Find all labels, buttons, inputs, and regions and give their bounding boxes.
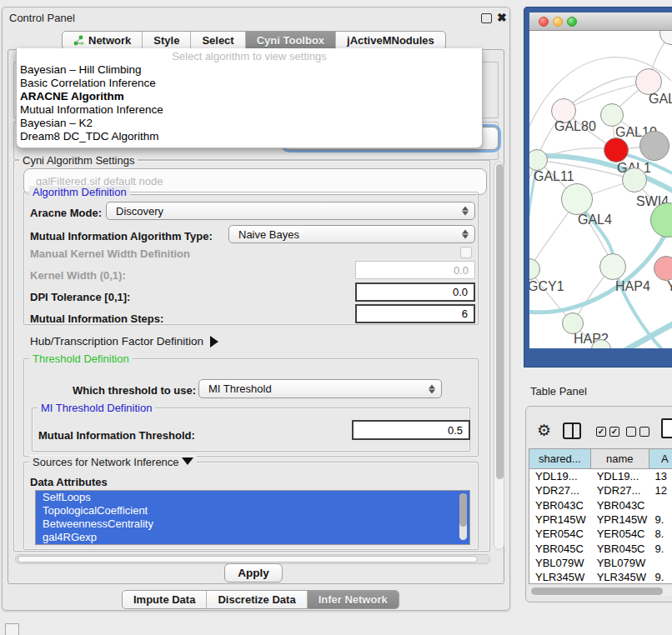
table-cell[interactable]: 9. (649, 541, 672, 555)
mi-steps-field[interactable]: 6 (355, 304, 475, 323)
sources-group-title[interactable]: Sources for Network Inference (29, 456, 197, 468)
bottom-tab-label: Discretize Data (218, 593, 295, 606)
table-row[interactable]: YPR145WYPR145W9. (529, 512, 672, 527)
close-window-icon[interactable]: ✖ (497, 13, 508, 23)
table-row[interactable]: YER054CYER054C8. (529, 527, 672, 541)
dpi-tolerance-field[interactable]: 0.0 (355, 282, 475, 302)
node-label: GCY1 (529, 279, 564, 294)
aracne-mode-label: Aracne Mode: (30, 207, 102, 219)
minimize-traffic-light-icon[interactable] (553, 17, 563, 27)
deselect-all-checkbox-icon[interactable] (639, 427, 649, 437)
dropdown-item[interactable]: Dream8 DC_TDC Algorithm (17, 130, 482, 143)
kernel-width-field: 0.0 (355, 261, 475, 279)
dropdown-item[interactable]: ARACNE Algorithm (17, 90, 482, 103)
tab-select[interactable]: Select (191, 32, 245, 49)
manual-kernel-checkbox[interactable] (460, 247, 472, 258)
table-cell[interactable]: YBR045C (529, 541, 591, 555)
tab-cyni-toolbox[interactable]: Cyni Toolbox (246, 32, 336, 49)
table-row[interactable]: YBR043CYBR043C (529, 498, 672, 512)
hub-tf-definition-toggle[interactable]: Hub/Transcription Factor Definition (30, 335, 218, 348)
network-node-gal1[interactable] (604, 138, 629, 162)
hub-tf-label: Hub/Transcription Factor Definition (30, 335, 203, 348)
bottom-tab-discretize-data[interactable]: Discretize Data (207, 591, 307, 608)
table-cell[interactable]: YBL079W (529, 556, 591, 570)
network-node-gal4[interactable] (561, 183, 593, 215)
settings-vertical-scrollbar[interactable] (494, 162, 504, 550)
attribute-list-item[interactable]: BetweennessCentrality (36, 518, 469, 531)
apply-button[interactable]: Apply (224, 563, 283, 582)
table-cell[interactable]: YLR345W (529, 570, 591, 584)
tab-label: Style (153, 34, 179, 47)
network-node-y[interactable] (654, 256, 672, 281)
table-cell[interactable]: YER054C (591, 527, 649, 541)
table-row[interactable]: YDL19...YDL19...13 (529, 469, 672, 483)
table-cell[interactable]: YPR145W (591, 512, 649, 527)
table-row[interactable]: YDR27...YDR27...12 (529, 483, 672, 498)
table-cell[interactable]: YDR27... (591, 483, 649, 498)
table-row[interactable]: YBL079WYBL079W (529, 556, 672, 570)
network-window-titlebar[interactable] (529, 12, 672, 31)
dock-panel-icon[interactable] (5, 623, 19, 635)
column-header-name[interactable]: name (591, 449, 649, 468)
table-cell[interactable]: YBR045C (591, 541, 649, 555)
table-cell[interactable]: 12 (649, 483, 672, 498)
close-traffic-light-icon[interactable] (539, 17, 549, 27)
table-cell[interactable]: YLR345W (591, 570, 649, 584)
mi-type-combo[interactable]: Naive Bayes (228, 225, 475, 243)
table-cell[interactable]: YBR043C (529, 498, 591, 512)
gear-icon[interactable]: ⚙ (537, 421, 551, 440)
table-row[interactable]: YLR345WYLR345W9. (529, 570, 672, 584)
list-scrollbar[interactable] (459, 493, 467, 540)
table-cell[interactable]: 13 (649, 469, 672, 483)
table-cell[interactable]: YDL19... (591, 469, 649, 483)
attribute-list-item[interactable]: TopologicalCoefficient (36, 504, 469, 518)
dropdown-item[interactable]: Bayesian – K2 (17, 117, 482, 130)
network-canvas[interactable]: GALGAL80GAL10GAL1GAL11SWI4GAL4GCY1HAP4YH… (529, 31, 672, 348)
table-cell[interactable] (649, 498, 672, 512)
table-cell[interactable]: 8. (649, 527, 672, 541)
dropdown-item[interactable]: Bayesian – Hill Climbing (17, 63, 482, 77)
threshold-definition-title: Threshold Definition (29, 352, 133, 365)
bottom-tab-impute-data[interactable]: Impute Data (123, 591, 207, 608)
table-cell[interactable]: YBR043C (591, 498, 649, 512)
table-cell[interactable]: 9. (649, 570, 672, 584)
attribute-list-item[interactable]: gal4RGexp (36, 531, 469, 544)
zoom-traffic-light-icon[interactable] (567, 17, 577, 27)
table-cell[interactable] (649, 556, 672, 570)
table-row[interactable]: YBR045CYBR045C9. (529, 541, 672, 555)
table-cell[interactable]: YDR27... (529, 483, 591, 498)
table-cell[interactable]: 9. (649, 512, 672, 527)
bottom-tab-label: Infer Network (318, 593, 388, 606)
mi-type-label: Mutual Information Algorithm Type: (30, 230, 213, 242)
tab-style[interactable]: Style (143, 32, 191, 49)
tab-jactivemnodules[interactable]: jActiveMNodules (336, 32, 445, 49)
select-all-checkbox-icon[interactable]: ✓ (609, 427, 619, 437)
select-all-checkbox-icon[interactable]: ✓ (596, 427, 606, 437)
tab-network[interactable]: Network (63, 32, 143, 49)
column-header-shared...[interactable]: shared... (529, 449, 591, 468)
mi-threshold-field[interactable]: 0.5 (352, 420, 470, 440)
network-node-gal10[interactable] (600, 103, 624, 127)
float-window-icon[interactable] (481, 13, 492, 23)
document-icon[interactable] (661, 418, 672, 438)
table-cell[interactable]: YER054C (529, 527, 591, 541)
data-attributes-list[interactable]: SelfLoopsTopologicalCoefficientBetweenne… (35, 490, 470, 545)
columns-icon[interactable] (563, 422, 581, 439)
aracne-mode-combo[interactable]: Discovery (106, 202, 475, 220)
table-cell[interactable]: YDL19... (529, 469, 591, 483)
node-label: GAL80 (554, 119, 596, 134)
table-cell[interactable]: YPR145W (529, 512, 591, 527)
dropdown-item[interactable]: Mutual Information Inference (17, 103, 482, 117)
bottom-tab-infer-network[interactable]: Infer Network (308, 591, 399, 608)
network-node-hap4[interactable] (599, 253, 626, 280)
which-threshold-label: Which threshold to use: (73, 384, 196, 397)
table-cell[interactable]: YBL079W (591, 556, 649, 570)
attribute-list-item[interactable]: SelfLoops (36, 491, 469, 504)
which-threshold-combo[interactable]: MI Threshold (198, 379, 442, 398)
deselect-all-checkbox-icon[interactable] (626, 427, 636, 437)
dropdown-item[interactable]: Basic Correlation Inference (17, 77, 482, 90)
table-horizontal-scrollbar[interactable] (529, 587, 672, 596)
network-node[interactable] (639, 131, 669, 161)
column-header-A[interactable]: A (649, 449, 672, 468)
network-node-swi4[interactable] (622, 168, 647, 192)
